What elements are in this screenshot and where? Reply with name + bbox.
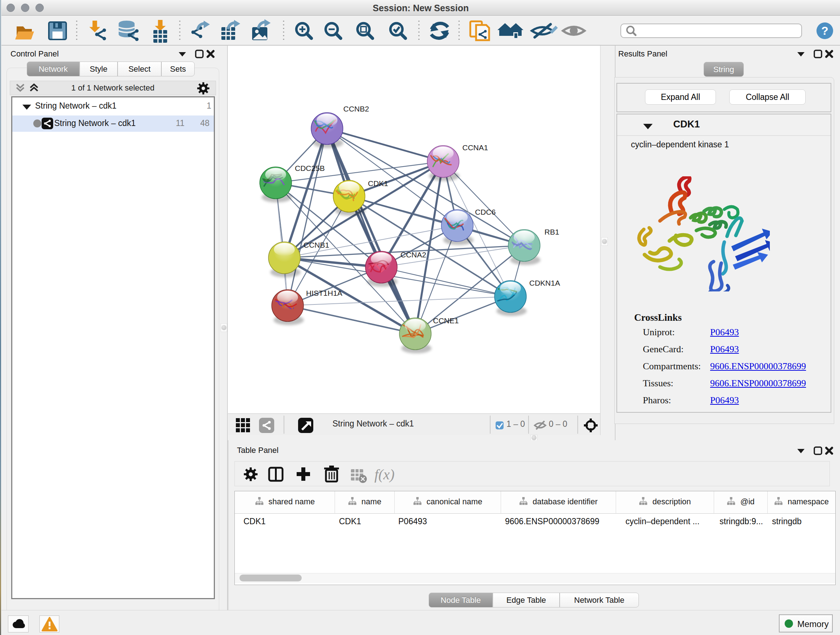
svg-text:f(x): f(x) <box>374 466 395 483</box>
svg-text:RB1: RB1 <box>545 228 559 236</box>
svg-text:CCNB2: CCNB2 <box>343 105 369 113</box>
svg-text:CDC25B: CDC25B <box>295 164 325 172</box>
svg-text:CCNB1: CCNB1 <box>303 241 329 249</box>
svg-text:CDKN1A: CDKN1A <box>529 279 560 287</box>
svg-text:CCNA1: CCNA1 <box>462 143 488 152</box>
svg-text:CDK1: CDK1 <box>368 179 388 187</box>
svg-text:CDC6: CDC6 <box>475 208 496 216</box>
svg-text:CCNA2: CCNA2 <box>401 250 426 259</box>
svg-text:CCNE1: CCNE1 <box>433 317 459 325</box>
svg-text:?: ? <box>821 24 829 37</box>
svg-text:HIST1H1A: HIST1H1A <box>306 289 342 297</box>
